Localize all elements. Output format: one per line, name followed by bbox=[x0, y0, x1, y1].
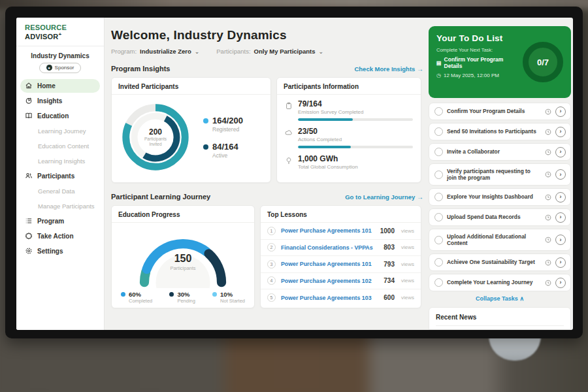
task-open-button[interactable]: › bbox=[555, 257, 566, 268]
stat-label: Total Global Consumption bbox=[298, 164, 413, 170]
task-label: Confirm Your Program Details bbox=[447, 108, 541, 115]
sidebar-item-participants[interactable]: Participants bbox=[16, 169, 104, 184]
legend-dot bbox=[203, 144, 208, 150]
sidebar-item-learning-journey[interactable]: Learning Journey bbox=[16, 123, 104, 139]
task-checkbox[interactable] bbox=[434, 258, 443, 267]
task-open-button[interactable]: › bbox=[555, 127, 566, 137]
card-title: Education Progress bbox=[112, 206, 254, 223]
task-open-button[interactable]: › bbox=[555, 192, 566, 203]
lesson-link[interactable]: Power Purchase Agreements 101 bbox=[281, 261, 378, 267]
clock-icon bbox=[545, 277, 551, 289]
stat-label: Actions Completed bbox=[298, 137, 413, 142]
rank-badge: 1 bbox=[267, 227, 276, 235]
task-item[interactable]: Upload Additional Educational Content › bbox=[429, 229, 571, 251]
legend-item-registered: 164/200 Registered bbox=[203, 116, 243, 133]
task-checkbox[interactable] bbox=[434, 278, 443, 287]
todo-next-task[interactable]: ▤ Confirm Your Program Details bbox=[436, 56, 523, 69]
task-label: Explore Your Insights Dashboard bbox=[447, 193, 541, 201]
legend-value: 60% bbox=[129, 291, 152, 298]
views-count: 734 bbox=[384, 277, 395, 284]
brand-primary: RESOURCE bbox=[25, 24, 67, 31]
legend-item-not-started: 10% Not Started bbox=[212, 291, 245, 304]
task-checkbox[interactable] bbox=[434, 148, 443, 156]
lesson-link[interactable]: Financial Considerations - VPPAs bbox=[281, 244, 378, 251]
rank-badge: 4 bbox=[267, 276, 276, 285]
sponsor-icon: ● bbox=[46, 65, 52, 71]
task-checkbox[interactable] bbox=[434, 127, 443, 136]
clipboard-icon: ▤ bbox=[436, 60, 442, 66]
lesson-link[interactable]: Power Purchase Agreements 101 bbox=[281, 227, 375, 234]
legend-item-active: 84/164 Active bbox=[203, 142, 243, 159]
sidebar-item-insights[interactable]: Insights bbox=[16, 93, 104, 108]
task-open-button[interactable]: › bbox=[555, 235, 566, 245]
task-open-button[interactable]: › bbox=[555, 169, 566, 180]
task-label: Upload Spend Data Records bbox=[447, 214, 541, 221]
sidebar-item-learning-insights[interactable]: Learning Insights bbox=[16, 154, 104, 169]
task-open-button[interactable]: › bbox=[555, 106, 566, 117]
sidebar-item-program[interactable]: Program bbox=[16, 214, 104, 229]
task-open-button[interactable]: › bbox=[555, 278, 566, 288]
todo-subtitle: Complete Your Next Task: bbox=[436, 47, 523, 53]
todo-hero-card: Your To Do List Complete Your Next Task:… bbox=[429, 26, 571, 98]
lesson-row[interactable]: 1 Power Purchase Agreements 101 1000 vie… bbox=[261, 223, 421, 240]
chevron-down-icon: ⌄ bbox=[195, 48, 200, 55]
sidebar-item-education-content[interactable]: Education Content bbox=[16, 139, 104, 154]
sidebar-item-label: Take Action bbox=[37, 233, 74, 240]
go-to-learning-journey-link[interactable]: Go to Learning Journey → bbox=[345, 193, 423, 201]
lesson-link[interactable]: Power Purchase Agreements 102 bbox=[281, 278, 378, 284]
sidebar-item-label: Manage Participants bbox=[38, 203, 95, 210]
collapse-tasks-link[interactable]: Collapse Tasks ∧ bbox=[429, 295, 571, 302]
sidebar-item-settings[interactable]: Settings bbox=[16, 244, 104, 259]
participants-value: Only My Participants bbox=[254, 48, 316, 55]
sidebar-item-home[interactable]: Home bbox=[20, 79, 100, 93]
sidebar-item-education[interactable]: Education bbox=[16, 108, 104, 123]
stat-emission-survey: 79/164 Emission Survey Completed bbox=[285, 99, 413, 121]
invited-total-label: Participants Invited bbox=[139, 137, 172, 148]
lesson-row[interactable]: 4 Power Purchase Agreements 102 734 view… bbox=[261, 273, 421, 290]
task-checkbox[interactable] bbox=[434, 193, 443, 201]
sidebar-item-label: Learning Insights bbox=[38, 157, 85, 165]
lesson-row[interactable]: 5 Power Purchase Agreements 103 600 view… bbox=[261, 289, 421, 306]
task-open-button[interactable]: › bbox=[555, 147, 566, 157]
task-item[interactable]: Complete Your Learning Journey › bbox=[429, 274, 571, 291]
task-item[interactable]: Upload Spend Data Records › bbox=[429, 208, 571, 226]
task-label: Send 50 Invitations to Participants bbox=[447, 128, 541, 135]
card-title: Participants Information bbox=[277, 78, 421, 95]
legend-label: Active bbox=[212, 152, 238, 159]
task-checkbox[interactable] bbox=[434, 236, 443, 244]
task-item[interactable]: Achieve One Sustainability Target › bbox=[429, 253, 571, 271]
gauge-label: Participants bbox=[129, 265, 237, 271]
lesson-link[interactable]: Power Purchase Agreements 103 bbox=[281, 295, 378, 301]
progress-fill bbox=[298, 146, 351, 148]
lesson-row[interactable]: 3 Power Purchase Agreements 101 793 view… bbox=[261, 256, 421, 273]
task-item[interactable]: Invite a Collaborator › bbox=[429, 143, 571, 161]
legend-item-completed: 60% Completed bbox=[121, 291, 152, 304]
monitor-bezel: RESOURCE ADVISOR+ Industry Dynamics ● Sp… bbox=[5, 7, 583, 338]
participants-dropdown[interactable]: Participants: Only My Participants ⌄ bbox=[216, 48, 323, 55]
task-item[interactable]: Confirm Your Program Details › bbox=[429, 103, 571, 120]
views-count: 1000 bbox=[380, 227, 395, 235]
task-checkbox[interactable] bbox=[434, 171, 443, 179]
legend-value: 30% bbox=[177, 291, 195, 298]
legend-item-pending: 30% Pending bbox=[169, 291, 195, 304]
clock-icon bbox=[545, 257, 551, 269]
task-item[interactable]: Verify participants requesting to join t… bbox=[429, 163, 571, 186]
program-dropdown[interactable]: Program: Industrialize Zero ⌄ bbox=[111, 48, 199, 55]
sponsor-badge[interactable]: ● Sponsor bbox=[39, 63, 81, 73]
task-item[interactable]: Send 50 Invitations to Participants › bbox=[429, 123, 571, 140]
arrow-right-icon: → bbox=[417, 65, 423, 73]
lesson-row[interactable]: 2 Financial Considerations - VPPAs 803 v… bbox=[261, 240, 421, 257]
center-column: Welcome, Industry Dynamics Program: Indu… bbox=[111, 18, 423, 330]
participants-label: Participants: bbox=[216, 48, 250, 55]
task-checkbox[interactable] bbox=[434, 213, 443, 221]
task-open-button[interactable]: › bbox=[555, 212, 566, 223]
sidebar-item-general-data[interactable]: General Data bbox=[16, 184, 104, 199]
check-more-insights-link[interactable]: Check More Insights → bbox=[354, 65, 423, 73]
sidebar-item-take-action[interactable]: Take Action bbox=[16, 229, 104, 244]
task-checkbox[interactable] bbox=[434, 107, 443, 116]
stat-global-consumption: 1,000 GWh Total Global Consumption bbox=[285, 154, 413, 170]
chevron-down-icon: ⌄ bbox=[319, 48, 324, 55]
task-item[interactable]: Explore Your Insights Dashboard › bbox=[429, 188, 571, 206]
filter-bar: Program: Industrialize Zero ⌄ Participan… bbox=[111, 48, 423, 55]
sidebar-item-manage-participants[interactable]: Manage Participants bbox=[16, 199, 104, 214]
